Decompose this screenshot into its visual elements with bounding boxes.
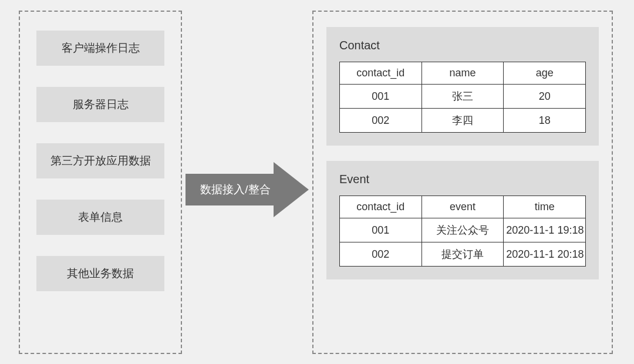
contact-cell: 张三	[421, 85, 504, 109]
event-block: Event contact_id event time 001 关注公众号 20…	[326, 161, 599, 279]
contact-title: Contact	[339, 39, 586, 52]
arrow-label: 数据接入/整合	[186, 162, 285, 217]
diagram-canvas: 客户端操作日志 服务器日志 第三方开放应用数据 表单信息 其他业务数据 数据接入…	[0, 0, 634, 364]
sources-panel: 客户端操作日志 服务器日志 第三方开放应用数据 表单信息 其他业务数据	[19, 11, 182, 354]
contact-cell: 20	[504, 85, 586, 109]
source-item: 表单信息	[36, 200, 164, 235]
table-row: 001 关注公众号 2020-11-1 19:18	[340, 218, 586, 242]
source-item: 第三方开放应用数据	[36, 143, 164, 178]
contact-header: age	[504, 62, 586, 85]
contact-cell: 001	[340, 85, 422, 109]
event-cell: 001	[340, 218, 422, 242]
contact-table: contact_id name age 001 张三 20 002 李四 18	[339, 62, 586, 133]
contact-header: contact_id	[340, 62, 422, 85]
contact-cell: 18	[504, 109, 586, 133]
event-cell: 002	[340, 242, 422, 267]
contact-block: Contact contact_id name age 001 张三 20	[326, 27, 599, 146]
event-cell: 2020-11-1 20:18	[504, 242, 586, 267]
event-header: event	[421, 196, 504, 218]
contact-cell: 002	[340, 109, 422, 133]
source-item: 客户端操作日志	[36, 31, 164, 66]
contact-cell: 李四	[421, 109, 504, 133]
arrow-block: 数据接入/整合	[186, 162, 309, 217]
event-cell: 关注公众号	[421, 218, 504, 242]
tables-panel: Contact contact_id name age 001 张三 20	[312, 11, 613, 354]
event-table: contact_id event time 001 关注公众号 2020-11-…	[339, 196, 586, 267]
event-title: Event	[339, 173, 586, 186]
event-cell: 提交订单	[421, 242, 504, 267]
source-item: 其他业务数据	[36, 256, 164, 291]
event-header: time	[504, 196, 586, 218]
source-item: 服务器日志	[36, 87, 164, 122]
table-row: 002 李四 18	[340, 109, 586, 133]
event-header: contact_id	[340, 196, 422, 218]
contact-header: name	[421, 62, 504, 85]
table-row: 001 张三 20	[340, 85, 586, 109]
table-row: 002 提交订单 2020-11-1 20:18	[340, 242, 586, 267]
event-cell: 2020-11-1 19:18	[504, 218, 586, 242]
